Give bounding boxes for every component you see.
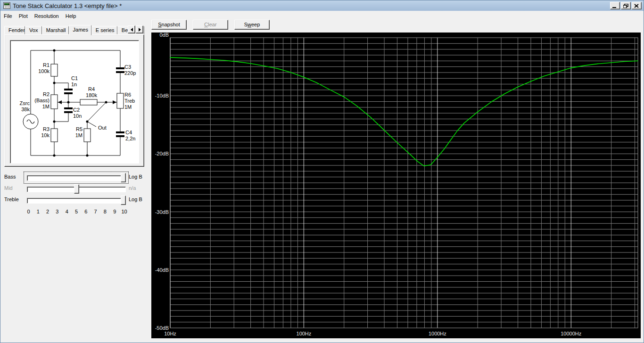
snapshot-button[interactable]: Snapshot [151, 20, 187, 30]
scale-tick-8: 8 [104, 209, 107, 214]
treble-slider-thumb[interactable] [121, 196, 126, 205]
circuit-drawing [11, 41, 139, 163]
menu-bar: FilePlotResolutionHelp [0, 11, 644, 21]
bass-slider-row: BassLog B [0, 172, 147, 183]
minimize-button[interactable] [610, 2, 620, 9]
x-tick-100Hz: 100Hz [297, 331, 312, 336]
window-title: Tone Stack Calculator 1.3 <empty file> * [13, 2, 122, 9]
treble-slider-row: TrebleLog B [0, 195, 147, 206]
tab-vox[interactable]: Vox [25, 26, 42, 34]
treble-curve-type-label: Log B [129, 196, 142, 202]
mid-label: Mid [4, 185, 13, 191]
scale-tick-1: 1 [37, 209, 40, 214]
sweep-button[interactable]: Sweep [234, 20, 270, 30]
mid-curve-type-label: n/a [129, 185, 136, 191]
y-tick--50dB: -50dB [155, 325, 169, 331]
x-tick-10Hz: 10Hz [164, 331, 176, 336]
component-label-r6-2: 1M [124, 104, 132, 110]
y-tick--10dB: -10dB [155, 93, 169, 98]
tab-james[interactable]: James [69, 25, 91, 35]
menu-help[interactable]: Help [62, 12, 80, 20]
menu-plot[interactable]: Plot [16, 12, 31, 20]
treble-slider-track[interactable] [27, 198, 126, 204]
circuit-schematic: Zsrc38kR1100kC11nC3220pR2(Bass)1MR4180kR… [11, 41, 139, 163]
scale-tick-5: 5 [75, 209, 78, 214]
scale-tick-4: 4 [66, 209, 68, 214]
close-button[interactable] [632, 2, 642, 9]
x-tick-1000Hz: 1000Hz [429, 331, 446, 336]
component-label-c3-0: C3 [124, 64, 131, 70]
frequency-response-plot[interactable]: 10Hz100Hz1000Hz10000Hz0dB-10dB-20dB-30dB… [151, 33, 641, 338]
component-label-r3-0: R3 [43, 126, 50, 132]
app-window: Tone Stack Calculator 1.3 <empty file> *… [0, 0, 644, 343]
component-label-r6-0: R6 [124, 92, 131, 98]
bass-slider-track[interactable] [27, 175, 126, 181]
tab-marshall[interactable]: Marshall [42, 26, 69, 34]
component-label-r1-0: R1 [43, 62, 50, 68]
bass-curve-type-label: Log B [129, 174, 142, 180]
component-label-r2-0: R2 [43, 91, 50, 98]
treble-label: Treble [4, 196, 19, 202]
component-label-c1-1: 1n [71, 82, 77, 88]
clear-button: Clear [193, 20, 228, 30]
scale-tick-6: 6 [84, 209, 87, 214]
component-label-c2-1: 10n [73, 113, 82, 119]
tab-body: Zsrc38kR1100kC11nC3220pR2(Bass)1MR4180kR… [4, 34, 144, 167]
component-label-r6-1: Treb [124, 98, 135, 104]
scale-tick-7: 7 [94, 209, 97, 214]
tab-scroll-left-button[interactable] [128, 25, 135, 33]
title-bar[interactable]: Tone Stack Calculator 1.3 <empty file> * [0, 0, 644, 11]
component-label-r2-1: (Bass) [34, 98, 50, 104]
y-tick--30dB: -30dB [155, 209, 169, 215]
scale-tick-9: 9 [113, 209, 116, 214]
menu-resolution[interactable]: Resolution [31, 12, 62, 20]
component-label-r4-1: 180k [86, 92, 97, 98]
y-tick-0dB: 0dB [159, 33, 169, 38]
y-tick--40dB: -40dB [155, 267, 169, 273]
bass-slider[interactable] [24, 172, 128, 183]
tab-e-series[interactable]: E series [91, 26, 117, 34]
slider-scale: 012345678910 [24, 209, 128, 215]
component-label-r5-1: 1M [75, 132, 83, 139]
component-label-r4-0: R4 [88, 86, 95, 92]
component-label-c3-1: 220p [124, 70, 136, 76]
x-tick-10000Hz: 10000Hz [561, 331, 581, 336]
tab-scroll-buttons [127, 25, 143, 33]
component-label-r1-1: 100k [38, 68, 50, 74]
mid-slider-row: Midn/a [0, 183, 147, 195]
schematic-panel: Zsrc38kR1100kC11nC3220pR2(Bass)1MR4180kR… [10, 40, 139, 163]
scale-tick-0: 0 [27, 209, 30, 214]
component-label-r5-0: R5 [76, 126, 83, 132]
tab-fender[interactable]: Fender [4, 26, 25, 34]
scale-tick-2: 2 [46, 209, 49, 214]
component-label-zsrc-1: 38k [21, 106, 30, 113]
treble-slider[interactable] [24, 195, 128, 206]
scale-tick-3: 3 [56, 209, 58, 214]
app-icon [3, 2, 10, 9]
tab-strip: FenderVoxMarshallJamesE seriesBenc [4, 25, 144, 34]
component-label-c4-1: 2,2n [125, 136, 135, 142]
scale-tick-10: 10 [121, 209, 127, 214]
component-label-r2-2: 1M [42, 104, 50, 110]
component-label-c4-0: C4 [125, 130, 132, 136]
window-controls [610, 2, 642, 9]
restore-button[interactable] [621, 2, 631, 9]
bass-slider-thumb[interactable] [121, 173, 126, 182]
mid-slider-thumb [74, 184, 79, 194]
mid-slider [24, 183, 128, 195]
bass-label: Bass [4, 174, 16, 180]
component-label-zsrc-0: Zsrc [20, 100, 30, 106]
component-label-c1-0: C1 [71, 75, 78, 82]
plot-actions: SnapshotClearSweep [151, 20, 270, 30]
component-label-r3-1: 10k [41, 132, 50, 139]
component-label-c2-0: C2 [73, 107, 80, 113]
tab-scroll-right-button[interactable] [136, 25, 143, 33]
menu-file[interactable]: File [0, 12, 16, 20]
tonestack-tab-control: FenderVoxMarshallJamesE seriesBenc Zsrc3… [4, 24, 144, 167]
component-label-out-0: Out [98, 125, 107, 131]
y-tick--20dB: -20dB [155, 151, 169, 156]
